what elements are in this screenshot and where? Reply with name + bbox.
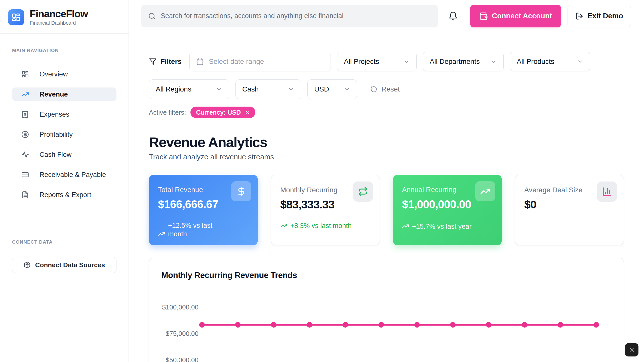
connect-data-caption: CONNECT DATA [12,239,116,245]
sidebar-item-label: Revenue [39,90,68,98]
sidebar-item-label: Cash Flow [39,151,72,159]
package-icon [24,261,31,268]
sidebar-item-expenses[interactable]: Expenses [12,108,116,121]
regions-dropdown[interactable]: All Regions [149,79,229,99]
section-divider [149,126,624,126]
main-navigation-caption: MAIN NAVIGATION [12,48,116,53]
sidebar-item-overview[interactable]: Overview [12,67,116,81]
top-header: Connect Account Exit Demo [129,0,644,32]
exit-demo-button[interactable]: Exit Demo [568,5,631,27]
receipt-icon [21,111,29,118]
sidebar-item-label: Receivable & Payable [39,171,106,179]
stat-change: +8.3% vs last month [280,222,371,230]
main-content: Filters All Projects All Departments [129,32,644,362]
stat-change: +12.5% vs last month [158,221,249,239]
page-subtitle: Track and analyze all revenue streams [149,153,624,161]
active-filters-label: Active filters: [149,109,186,116]
departments-dropdown[interactable]: All Departments [423,52,504,71]
sidebar-item-label: Overview [39,70,68,78]
sidebar-item-label: Expenses [39,111,69,118]
y-axis-tick: $75,000.00 [149,330,198,338]
filter-icon [149,58,156,65]
date-range-input[interactable] [209,58,324,66]
stat-cards: Total Revenue $166,666.67 +12.5% vs last… [149,175,624,245]
dollar-icon [231,181,251,201]
projects-dropdown[interactable]: All Projects [337,52,417,71]
sidebar-item-label: Reports & Export [39,191,91,199]
stat-card-average-deal-size[interactable]: Average Deal Size $0 [515,175,624,245]
products-dropdown[interactable]: All Products [510,52,590,71]
stat-change: +15.7% vs last year [402,222,493,231]
bell-icon [448,11,458,21]
main-navigation: Overview Revenue Expenses [12,67,116,202]
chevron-down-icon [403,58,410,65]
app-title: FinanceFlow [30,9,88,19]
wallet-icon [479,12,488,20]
connect-account-label: Connect Account [492,12,552,20]
connect-data-sources-label: Connect Data Sources [35,261,105,269]
mrr-chart-canvas[interactable] [149,258,624,362]
sidebar: FinanceFlow Financial Dashboard MAIN NAV… [0,0,129,362]
log-out-icon [575,12,583,20]
chevron-down-icon [344,86,350,93]
close-icon [628,347,635,353]
calendar-icon [196,58,204,65]
y-axis-tick: $50,000.00 [149,356,198,362]
activity-icon [21,151,29,158]
cash-basis-dropdown[interactable]: Cash [235,79,301,99]
y-axis-tick: $100,000.00 [149,303,198,311]
stat-card-annual-recurring[interactable]: Annual Recurring $1,000,000.00 +15.7% vs… [393,175,502,245]
sidebar-item-reports-export[interactable]: Reports & Export [12,188,116,202]
search-icon [148,12,156,20]
filters-bar: Filters All Projects All Departments [149,52,624,118]
connect-data-sources-button[interactable]: Connect Data Sources [12,257,116,273]
close-icon[interactable] [245,110,250,115]
notifications-button[interactable] [448,11,459,22]
exit-demo-label: Exit Demo [587,12,623,20]
chevron-down-icon [216,86,222,93]
reset-filters-button[interactable]: Reset [370,85,400,93]
trending-up-icon [158,230,165,237]
sidebar-item-receivable-payable[interactable]: Receivable & Payable [12,168,116,182]
rotate-ccw-icon [370,86,377,93]
bar-chart-icon [597,182,617,202]
stat-card-monthly-recurring[interactable]: Monthly Recurring $83,333.33 +8.3% vs la… [271,175,380,245]
overlay-close-button[interactable] [625,343,638,356]
trending-up-icon [21,90,29,98]
search-input[interactable] [161,12,431,20]
app-logo-icon [8,9,24,25]
global-search[interactable] [141,5,438,27]
sidebar-item-revenue[interactable]: Revenue [12,87,116,101]
chevron-down-icon [288,86,294,93]
app-tagline: Financial Dashboard [30,20,88,26]
chevron-down-icon [577,58,583,65]
trending-up-icon [280,222,287,229]
currency-dropdown[interactable]: USD [307,79,357,99]
sidebar-item-cash-flow[interactable]: Cash Flow [12,148,116,161]
circle-dollar-icon [21,131,29,138]
sidebar-item-profitability[interactable]: Profitability [12,128,116,141]
credit-card-icon [21,171,29,178]
active-filter-chip-currency[interactable]: Currency: USD [190,107,255,118]
app-logo-block: FinanceFlow Financial Dashboard [0,0,129,34]
trending-up-icon [402,223,409,230]
mrr-chart: Monthly Recurring Revenue Trends $100,00… [149,258,624,362]
repeat-icon [353,182,373,202]
dashboard-icon [21,70,29,78]
chevron-down-icon [490,58,497,65]
filters-title: Filters [149,58,182,66]
sidebar-item-label: Profitability [39,131,73,139]
stat-card-total-revenue[interactable]: Total Revenue $166,666.67 +12.5% vs last… [149,175,258,245]
connect-account-button[interactable]: Connect Account [470,5,561,27]
trending-up-icon [475,181,495,201]
date-range-picker[interactable] [189,52,331,71]
page-title: Revenue Analytics [149,134,624,150]
file-text-icon [21,191,29,199]
